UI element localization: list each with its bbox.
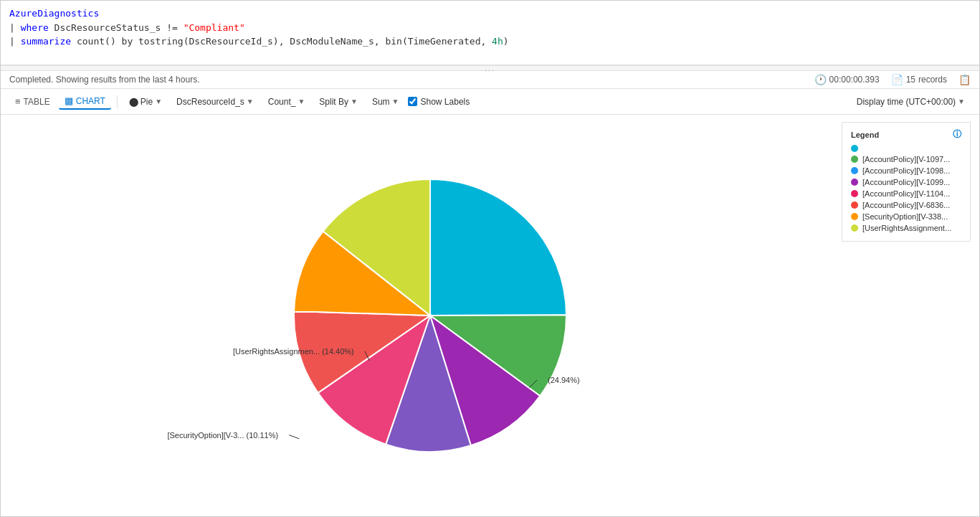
- legend-items: [AccountPolicy][V-1097...[AccountPolicy]…: [851, 145, 961, 232]
- legend-title-text: Legend: [851, 131, 879, 139]
- table-view-button[interactable]: ≡ TABLE: [9, 94, 56, 109]
- legend-info-icon: ⓘ: [953, 128, 961, 141]
- chevron-down-icon-2: ▼: [247, 98, 254, 105]
- show-labels-toggle[interactable]: Show Labels: [408, 97, 470, 107]
- toolbar: ≡ TABLE ▩ CHART ⬤ Pie ▼ DscResourceId_s …: [1, 89, 979, 115]
- query-editor[interactable]: AzureDiagnostics | where DscResourceStat…: [1, 1, 979, 65]
- legend-item-label: [AccountPolicy][V-1098...: [862, 166, 950, 175]
- legend-dot: [851, 201, 858, 209]
- table-icon: ≡: [15, 96, 21, 107]
- legend-dot: [851, 179, 858, 186]
- legend-item-label: [AccountPolicy][V-1104...: [862, 189, 950, 198]
- show-labels-label: Show Labels: [421, 97, 470, 107]
- pie-slice[interactable]: [430, 179, 566, 316]
- display-time-button[interactable]: Display time (UTC+00:00) ▼: [851, 95, 971, 109]
- chevron-down-icon: ▼: [155, 98, 162, 105]
- status-bar: Completed. Showing results from the last…: [1, 71, 979, 89]
- pie-chart: [229, 165, 631, 466]
- legend-item: [AccountPolicy][V-1098...: [851, 166, 961, 175]
- pie-icon: ⬤: [129, 97, 138, 107]
- kw-summarize: summarize: [21, 36, 71, 47]
- toolbar-divider-1: [117, 95, 118, 108]
- split-by-dropdown[interactable]: Split By ▼: [313, 95, 363, 109]
- display-time-label: Display time (UTC+00:00): [857, 97, 956, 107]
- query-line-1: AzureDiagnostics: [9, 6, 971, 21]
- chart-area: (24.94%)[AccountPolicy][V-10... (10.11%)…: [1, 115, 979, 516]
- duration-metric: 🕐 00:00:00.393: [814, 74, 880, 85]
- show-labels-checkbox[interactable]: [408, 97, 417, 106]
- legend-item: [851, 145, 961, 152]
- legend-dot: [851, 145, 858, 152]
- chart-type-dropdown[interactable]: ⬤ Pie ▼: [123, 95, 168, 109]
- legend-item-label: [AccountPolicy][V-1097...: [862, 155, 950, 163]
- chevron-down-icon-5: ▼: [392, 98, 399, 105]
- chart-bar-icon: ▩: [65, 95, 73, 106]
- split-by-label: Split By: [319, 97, 348, 107]
- legend-dot: [851, 224, 858, 232]
- chevron-down-icon-6: ▼: [958, 98, 965, 105]
- resize-handle[interactable]: ...: [1, 65, 979, 71]
- x-axis-label: DscResourceId_s: [176, 97, 244, 107]
- main-container: AzureDiagnostics | where DscResourceStat…: [0, 0, 980, 517]
- y-axis-label: Count_: [268, 97, 296, 107]
- legend-title: Legend ⓘ: [851, 128, 961, 141]
- legend-dot: [851, 167, 858, 174]
- legend-item: [AccountPolicy][V-1104...: [851, 189, 961, 198]
- chart-label: CHART: [76, 96, 105, 106]
- chart-view-button[interactable]: ▩ CHART: [59, 93, 111, 110]
- aggregation-dropdown[interactable]: Sum ▼: [366, 95, 405, 109]
- legend-dot: [851, 156, 858, 163]
- query-line-3: | summarize count() by tostring(DscResou…: [9, 34, 971, 49]
- export-icon[interactable]: 📋: [958, 74, 971, 85]
- chevron-down-icon-4: ▼: [351, 98, 358, 105]
- kw-azure: AzureDiagnostics: [9, 8, 99, 19]
- x-axis-dropdown[interactable]: DscResourceId_s ▼: [171, 95, 260, 109]
- duration-value: 00:00:00.393: [829, 75, 880, 85]
- chart-type-label: Pie: [141, 97, 153, 107]
- aggregation-label: Sum: [372, 97, 390, 107]
- legend-dot: [851, 190, 858, 197]
- records-count: 15: [906, 75, 915, 85]
- legend-item: [AccountPolicy][V-6836...: [851, 201, 961, 209]
- records-metric: 📄 15 records: [891, 74, 947, 85]
- legend-item: [AccountPolicy][V-1097...: [851, 155, 961, 163]
- status-metrics: 🕐 00:00:00.393 📄 15 records 📋: [814, 74, 971, 85]
- legend-item-label: [AccountPolicy][V-6836...: [862, 201, 950, 209]
- y-axis-dropdown[interactable]: Count_ ▼: [262, 95, 311, 109]
- legend-item-label: [AccountPolicy][V-1099...: [862, 178, 950, 186]
- clock-icon: 🕐: [814, 74, 827, 85]
- legend-item-label: [UserRightsAssignment...: [862, 224, 951, 232]
- table-label: TABLE: [24, 97, 50, 107]
- status-text: Completed. Showing results from the last…: [9, 75, 809, 85]
- legend-dot: [851, 213, 858, 220]
- query-string-val: "Compliant": [184, 22, 245, 33]
- legend-item: [SecurityOption][V-338...: [851, 212, 961, 221]
- legend-item: [AccountPolicy][V-1099...: [851, 178, 961, 186]
- kw-where: where: [21, 22, 49, 33]
- table-icon: 📄: [891, 74, 903, 85]
- chevron-down-icon-3: ▼: [298, 98, 305, 105]
- legend-item-label: [SecurityOption][V-338...: [862, 212, 948, 221]
- query-param-val: 4h: [492, 36, 503, 47]
- legend-item: [UserRightsAssignment...: [851, 224, 961, 232]
- query-line-2: | where DscResourceStatus_s != "Complian…: [9, 21, 971, 35]
- records-label: records: [918, 75, 947, 85]
- legend: Legend ⓘ [AccountPolicy][V-1097...[Accou…: [842, 122, 971, 242]
